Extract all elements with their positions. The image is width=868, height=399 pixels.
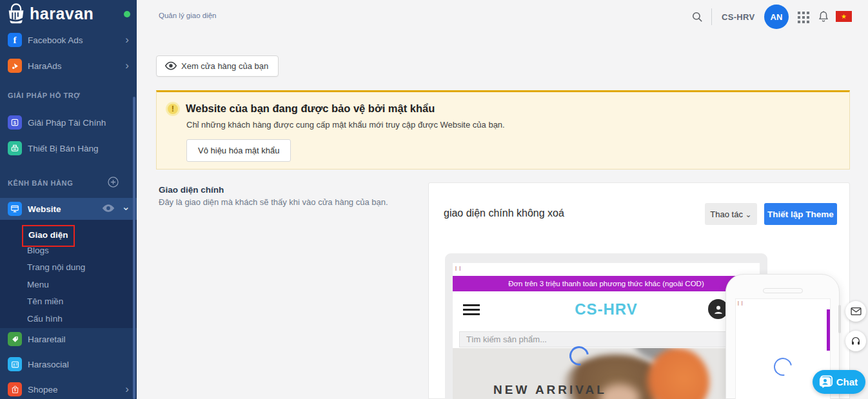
sidebar-item-label: Website [28,204,61,214]
bell-icon[interactable] [817,10,830,26]
preview-hero: NEW ARRIVAL [453,348,760,399]
preview-header: CS-HRV [453,291,760,329]
chevron-right-icon: › [125,386,129,393]
add-channel-button[interactable] [107,176,119,191]
app-window: haravan f Facebook Ads › HaraAds › GIẢI … [0,0,868,399]
sidebar-item-website[interactable]: Website ⌄ [0,198,137,220]
chevron-down-icon[interactable]: ⌄ [122,200,130,213]
chrome-marks: | | [455,265,461,271]
phone-side-button [838,305,841,333]
sidebar-item-facebook-ads[interactable]: f Facebook Ads › [0,29,137,51]
eye-icon [165,61,177,70]
facebook-icon: f [8,33,22,47]
sidebar-item-label: HaraAds [28,61,62,71]
chevron-right-icon: › [125,37,129,43]
flag-star-icon: ★ [841,13,847,20]
disable-password-button[interactable]: Vô hiệu hóa mật khẩu [186,139,291,162]
sidebar-item-hararetail[interactable]: Hararetail [0,328,137,350]
eye-icon[interactable] [102,203,115,216]
preview-search-bar: Tìm kiếm sản phẩm... [459,331,753,347]
phone-speaker [763,288,803,293]
sidebar-scrollbar[interactable] [133,97,135,399]
website-submenu: Giao diện Blogs Trang nội dung Menu Tên … [0,220,137,328]
preview-promo-banner: Đơn trên 3 triệu thanh toán phương thức … [453,276,760,291]
language-flag-vietnam[interactable]: ★ [836,11,852,22]
sidebar-item-haraads[interactable]: HaraAds › [0,55,137,77]
sidebar-item-label: Facebook Ads [28,35,83,45]
sidebar-item-harasocial[interactable]: Harasocial [0,353,137,375]
shopee-icon: S [8,382,22,396]
view-store-label: Xem cửa hàng của bạn [181,61,268,71]
email-support-button[interactable] [845,301,866,322]
envelope-icon [851,307,862,316]
sidebar-item-thiet-bi[interactable]: Thiết Bị Bán Hàng [0,137,137,159]
actions-label: Thao tác [710,209,743,219]
hararetail-icon [8,332,22,346]
hero-text: NEW ARRIVAL [493,383,607,397]
finance-icon: S [8,115,22,130]
haravan-bag-icon [5,3,27,28]
sidebar-section-support: GIẢI PHÁP HỖ TRỢ [8,92,80,99]
submenu-item-trang-noi-dung[interactable]: Trang nội dung [0,259,137,277]
chevron-right-icon: › [125,63,129,69]
svg-text:S: S [14,389,15,392]
support-headset-button[interactable] [845,331,866,351]
apps-grid-icon[interactable] [798,12,809,26]
loading-spinner [771,355,796,380]
chat-label: Chat [836,376,858,387]
avatar[interactable]: AN [764,5,789,29]
haravan-logo[interactable]: haravan [0,0,137,29]
sidebar-item-label: Hararetail [28,335,66,344]
phone-purple-bar [827,309,830,351]
submenu-item-label: Giao diện [28,230,68,240]
chat-icon [818,375,833,392]
warning-title: Website của bạn đang được bảo vệ bởi mật… [186,102,435,115]
warning-icon: ! [166,102,180,116]
svg-text:S: S [14,121,17,125]
sidebar-item-label: Shopee [28,385,58,394]
password-warning-banner: ! Website của bạn đang được bảo vệ bởi m… [156,90,850,170]
section-description: Đây là giao diện mà khách sẽ thấy khi và… [159,197,391,207]
status-dot [124,11,130,17]
sidebar-section-channels: KÊNH BÁN HÀNG [8,179,73,187]
org-name[interactable]: CS-HRV [722,12,755,22]
topbar-divider [711,8,712,25]
haravan-wordmark: haravan [30,5,94,23]
sidebar-item-tai-chinh[interactable]: S Giải Pháp Tài Chính [0,112,137,133]
harasocial-icon [8,357,22,371]
view-store-button[interactable]: Xem cửa hàng của bạn [156,55,279,77]
setup-theme-button[interactable]: Thiết lập Theme [764,203,837,225]
submenu-item-menu[interactable]: Menu [0,277,137,294]
breadcrumb: Quản lý giao diện [159,12,217,19]
submenu-item-cau-hinh[interactable]: Cấu hình [0,311,137,328]
theme-name: giao diện chính không xoá [444,208,564,219]
headphones-icon [851,336,861,346]
sidebar-item-label: Harasocial [28,360,69,369]
search-icon[interactable] [691,11,704,26]
actions-dropdown-button[interactable]: Thao tác ⌄ [705,203,757,225]
caret-down-icon: ⌄ [745,210,752,219]
haraads-icon [8,59,22,73]
chrome-marks: | | [738,300,744,305]
chat-button[interactable]: Chat [813,370,865,394]
submenu-item-ten-mien[interactable]: Tên miền [0,293,137,311]
warning-description: Chỉ những khách hàng được cung cấp mật k… [186,120,505,130]
sidebar: haravan f Facebook Ads › HaraAds › GIẢI … [0,0,137,399]
pos-device-icon [8,141,22,155]
website-icon [8,202,22,216]
sidebar-item-label: Thiết Bị Bán Hàng [28,144,99,153]
submenu-item-giao-dien[interactable]: Giao diện [0,225,137,242]
theme-preview-desktop: | | Đơn trên 3 triệu thanh toán phương t… [445,253,767,399]
sidebar-item-shopee[interactable]: S Shopee › [0,378,137,399]
sidebar-item-label: Giải Pháp Tài Chính [28,118,106,128]
section-title: Giao diện chính [159,185,224,195]
desktop-screen: | | Đơn trên 3 triệu thanh toán phương t… [453,263,760,399]
